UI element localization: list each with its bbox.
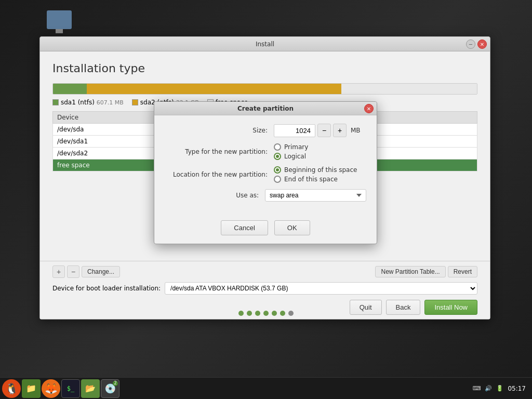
ok-button[interactable]: OK	[274, 220, 310, 235]
files-button-1[interactable]: 📁	[22, 379, 41, 398]
progress-dot-7	[288, 311, 294, 316]
new-partition-table-button[interactable]: New Partition Table...	[375, 266, 445, 277]
dvd-badge: 2	[113, 381, 118, 386]
progress-dots	[238, 311, 294, 316]
size-label: Size:	[165, 127, 274, 134]
size-row: Size: − + MB	[165, 124, 366, 137]
size-input[interactable]	[274, 124, 315, 137]
radio-primary[interactable]: Primary	[274, 143, 308, 151]
boot-loader-row: Device for boot loader installation: /de…	[52, 282, 477, 295]
dialog-title: Create partition	[237, 105, 294, 112]
legend-sda2-color	[132, 99, 138, 105]
boot-loader-select[interactable]: /dev/sda ATA VBOX HARDDISK (53.7 GB)	[165, 282, 477, 295]
use-as-label: Use as:	[165, 192, 265, 199]
radio-end[interactable]: End of this space	[274, 176, 357, 183]
partition-bar	[52, 83, 477, 95]
partition-type-group: Primary Logical	[274, 143, 308, 160]
dialog-footer: Cancel OK	[154, 216, 377, 244]
desktop: Install − ✕ Installation type sda1 (ntfs…	[0, 0, 532, 399]
dialog-titlebar: Create partition ✕	[154, 102, 377, 115]
radio-beginning[interactable]: Beginning of this space	[274, 166, 357, 174]
type-label: Type for the new partition:	[165, 148, 274, 155]
radio-primary-label: Primary	[284, 143, 308, 151]
radio-end-circle	[274, 176, 281, 183]
install-now-button[interactable]: Install Now	[424, 300, 477, 315]
close-button[interactable]: ✕	[477, 39, 487, 49]
window-title: Install	[256, 41, 274, 48]
volume-icon[interactable]: 🔊	[485, 385, 492, 392]
dvd-button[interactable]: 💿 2	[101, 379, 119, 398]
progress-dot-1	[238, 311, 244, 316]
progress-dot-5	[272, 311, 277, 316]
legend-sda1: sda1 (ntfs) 607.1 MB	[52, 99, 124, 106]
dialog-body: Size: − + MB Type for the new partition:…	[154, 115, 377, 216]
revert-button[interactable]: Revert	[448, 266, 477, 277]
use-as-select[interactable]: swap area ext4 journaling file system ex…	[265, 189, 366, 202]
radio-beginning-label: Beginning of this space	[284, 166, 357, 174]
radio-end-label: End of this space	[284, 176, 338, 183]
window-titlebar: Install − ✕	[40, 37, 490, 51]
desktop-icon-install[interactable]	[47, 10, 72, 31]
taskbar-left: 🐧 📁 🦊 $_ 📂 💿 2	[2, 379, 119, 398]
radio-primary-circle	[274, 143, 281, 151]
sda1-segment	[53, 84, 87, 94]
back-button[interactable]: Back	[386, 300, 421, 315]
size-unit: MB	[351, 127, 361, 134]
radio-logical[interactable]: Logical	[274, 153, 308, 160]
create-partition-dialog: Create partition ✕ Size: − + MB Type for…	[154, 101, 377, 244]
radio-logical-label: Logical	[284, 153, 306, 160]
dialog-close-button[interactable]: ✕	[364, 104, 374, 113]
minimize-button[interactable]: −	[466, 39, 475, 49]
battery-icon[interactable]: 🔋	[496, 385, 503, 392]
progress-dot-6	[280, 311, 285, 316]
type-row: Type for the new partition: Primary Logi…	[165, 143, 366, 160]
radio-beginning-circle	[274, 166, 281, 174]
size-decrease-button[interactable]: −	[317, 124, 331, 137]
progress-dot-3	[255, 311, 260, 316]
progress-dot-4	[263, 311, 269, 316]
cancel-button[interactable]: Cancel	[221, 220, 268, 235]
remove-partition-button[interactable]: −	[67, 265, 79, 278]
ubuntu-logo-button[interactable]: 🐧	[2, 379, 21, 398]
boot-loader-label: Device for boot loader installation:	[52, 285, 161, 292]
add-partition-button[interactable]: +	[52, 265, 65, 278]
sda2-segment	[87, 84, 341, 94]
progress-dot-2	[247, 311, 252, 316]
location-label: Location for the new partition:	[165, 171, 274, 178]
legend-sda1-color	[52, 99, 59, 105]
taskbar-right: ⌨ 🔊 🔋 05:17	[473, 385, 530, 392]
free-segment	[341, 84, 477, 94]
monitor-icon	[47, 10, 72, 29]
files-button-2[interactable]: 📂	[81, 379, 100, 398]
legend-sda1-size: 607.1 MB	[97, 99, 124, 106]
page-title: Installation type	[52, 62, 477, 75]
size-increase-button[interactable]: +	[333, 124, 347, 137]
firefox-button[interactable]: 🦊	[42, 379, 60, 398]
partition-actions: + − Change... New Partition Table... Rev…	[52, 265, 477, 278]
partition-location-group: Beginning of this space End of this spac…	[274, 166, 357, 183]
radio-logical-circle	[274, 153, 281, 160]
use-as-row: Use as: swap area ext4 journaling file s…	[165, 189, 366, 202]
legend-sda1-label: sda1 (ntfs)	[61, 99, 95, 106]
terminal-button[interactable]: $_	[61, 379, 80, 398]
clock: 05:17	[508, 385, 526, 392]
change-partition-button[interactable]: Change...	[82, 266, 120, 277]
taskbar: 🐧 📁 🦊 $_ 📂 💿 2 ⌨ 🔊 🔋 05:17	[0, 377, 532, 399]
network-icon[interactable]: ⌨	[473, 385, 481, 392]
quit-button[interactable]: Quit	[350, 300, 382, 315]
location-row: Location for the new partition: Beginnin…	[165, 166, 366, 183]
window-controls: − ✕	[466, 39, 487, 49]
size-input-group: − + MB	[274, 124, 361, 137]
